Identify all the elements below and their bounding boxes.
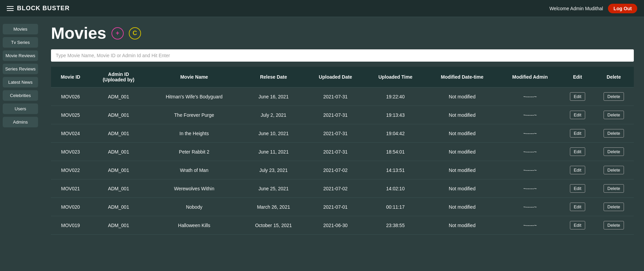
- main-content: Movies + C Movie ID Admin ID(Uploaded by…: [41, 17, 644, 271]
- table-row: MOV021 ADM_001 Werewolves Within June 25…: [51, 179, 634, 198]
- cell-release-date: June 10, 2021: [241, 124, 306, 143]
- add-movie-button[interactable]: +: [111, 27, 124, 39]
- cell-uploaded-time: 18:54:01: [365, 143, 426, 161]
- movies-table-container: Movie ID Admin ID(Uploaded by) Movie Nam…: [51, 67, 634, 235]
- cell-delete[interactable]: Delete: [594, 124, 634, 143]
- cell-uploaded-date: 2021-07-31: [306, 106, 365, 124]
- cell-edit[interactable]: Edit: [561, 106, 594, 124]
- edit-button[interactable]: Edit: [570, 166, 585, 174]
- cell-uploaded-time: 14:02:10: [365, 179, 426, 198]
- sidebar-item-celebrities[interactable]: Celebrities: [3, 90, 38, 101]
- brand-name: BLOCK BUSTER: [17, 5, 70, 12]
- cell-delete[interactable]: Delete: [594, 198, 634, 216]
- cell-delete[interactable]: Delete: [594, 106, 634, 124]
- cell-movie-name: Werewolves Within: [147, 179, 241, 198]
- delete-button[interactable]: Delete: [604, 111, 624, 119]
- delete-button[interactable]: Delete: [604, 147, 624, 156]
- refresh-button[interactable]: C: [129, 27, 141, 39]
- delete-button[interactable]: Delete: [604, 92, 624, 101]
- cell-modified-datetime: Not modified: [425, 216, 499, 235]
- cell-admin-id: ADM_001: [90, 87, 147, 106]
- delete-button[interactable]: Delete: [604, 221, 624, 229]
- cell-delete[interactable]: Delete: [594, 179, 634, 198]
- cell-release-date: July 2, 2021: [241, 106, 306, 124]
- cell-delete[interactable]: Delete: [594, 87, 634, 106]
- col-uploaded-date: Uploaded Date: [306, 67, 365, 87]
- sidebar-item-users[interactable]: Users: [3, 103, 38, 114]
- edit-button[interactable]: Edit: [570, 92, 585, 101]
- delete-button[interactable]: Delete: [604, 129, 624, 138]
- edit-button[interactable]: Edit: [570, 129, 585, 138]
- col-edit: Edit: [561, 67, 594, 87]
- sidebar-item-latest-news[interactable]: Latest News: [3, 77, 38, 87]
- cell-movie-name: Wrath of Man: [147, 161, 241, 179]
- cell-movie-name: Halloween Kills: [147, 216, 241, 235]
- table-header-row: Movie ID Admin ID(Uploaded by) Movie Nam…: [51, 67, 634, 87]
- cell-movie-id: MOV026: [51, 87, 90, 106]
- cell-movie-name: Hitman's Wife's Bodyguard: [147, 87, 241, 106]
- edit-button[interactable]: Edit: [570, 203, 585, 211]
- cell-movie-id: MOV021: [51, 179, 90, 198]
- cell-modified-admin: ~-----~: [499, 179, 561, 198]
- cell-edit[interactable]: Edit: [561, 179, 594, 198]
- cell-delete[interactable]: Delete: [594, 161, 634, 179]
- cell-modified-admin: ~-----~: [499, 87, 561, 106]
- cell-release-date: October 15, 2021: [241, 216, 306, 235]
- cell-movie-id: MOV023: [51, 143, 90, 161]
- delete-button[interactable]: Delete: [604, 166, 624, 174]
- cell-edit[interactable]: Edit: [561, 216, 594, 235]
- delete-button[interactable]: Delete: [604, 184, 624, 193]
- hamburger-menu[interactable]: [7, 6, 14, 11]
- edit-button[interactable]: Edit: [570, 221, 585, 229]
- sidebar-item-movie-reviews[interactable]: Movie Reviews: [3, 50, 38, 61]
- cell-movie-name: Peter Rabbit 2: [147, 143, 241, 161]
- cell-modified-admin: ~-----~: [499, 198, 561, 216]
- cell-uploaded-date: 2021-07-02: [306, 179, 365, 198]
- table-row: MOV026 ADM_001 Hitman's Wife's Bodyguard…: [51, 87, 634, 106]
- page-title: Movies: [51, 24, 106, 43]
- col-modified-admin: Modified Admin: [499, 67, 561, 87]
- table-row: MOV022 ADM_001 Wrath of Man July 23, 202…: [51, 161, 634, 179]
- cell-uploaded-time: 14:13:51: [365, 161, 426, 179]
- cell-edit[interactable]: Edit: [561, 161, 594, 179]
- cell-modified-datetime: Not modified: [425, 179, 499, 198]
- cell-edit[interactable]: Edit: [561, 87, 594, 106]
- cell-uploaded-date: 2021-07-01: [306, 198, 365, 216]
- cell-modified-datetime: Not modified: [425, 124, 499, 143]
- cell-movie-id: MOV019: [51, 216, 90, 235]
- cell-modified-admin: ~-----~: [499, 143, 561, 161]
- cell-modified-datetime: Not modified: [425, 106, 499, 124]
- cell-release-date: March 26, 2021: [241, 198, 306, 216]
- table-row: MOV020 ADM_001 Nobody March 26, 2021 202…: [51, 198, 634, 216]
- edit-button[interactable]: Edit: [570, 184, 585, 193]
- sidebar-item-admins[interactable]: Admins: [3, 117, 38, 127]
- cell-modified-datetime: Not modified: [425, 143, 499, 161]
- delete-button[interactable]: Delete: [604, 203, 624, 211]
- cell-release-date: June 16, 2021: [241, 87, 306, 106]
- cell-uploaded-time: 19:04:42: [365, 124, 426, 143]
- sidebar-item-movies[interactable]: Movies: [3, 24, 38, 34]
- cell-uploaded-date: 2021-07-02: [306, 161, 365, 179]
- sidebar-item-tv-series[interactable]: Tv Series: [3, 37, 38, 48]
- cell-modified-datetime: Not modified: [425, 161, 499, 179]
- cell-movie-id: MOV022: [51, 161, 90, 179]
- cell-edit[interactable]: Edit: [561, 124, 594, 143]
- cell-release-date: June 25, 2021: [241, 179, 306, 198]
- cell-edit[interactable]: Edit: [561, 143, 594, 161]
- cell-edit[interactable]: Edit: [561, 198, 594, 216]
- cell-delete[interactable]: Delete: [594, 216, 634, 235]
- edit-button[interactable]: Edit: [570, 111, 585, 119]
- col-uploaded-time: Uploaded Time: [365, 67, 426, 87]
- cell-movie-id: MOV025: [51, 106, 90, 124]
- table-row: MOV019 ADM_001 Halloween Kills October 1…: [51, 216, 634, 235]
- cell-delete[interactable]: Delete: [594, 143, 634, 161]
- edit-button[interactable]: Edit: [570, 147, 585, 156]
- col-delete: Delete: [594, 67, 634, 87]
- header: BLOCK BUSTER Welcome Admin Mudithal Log …: [0, 0, 644, 17]
- cell-movie-name: Nobody: [147, 198, 241, 216]
- search-input[interactable]: [51, 49, 634, 62]
- table-row: MOV024 ADM_001 In the Heights June 10, 2…: [51, 124, 634, 143]
- logout-button[interactable]: Log Out: [608, 4, 637, 13]
- sidebar: Movies Tv Series Movie Reviews Series Re…: [0, 17, 41, 271]
- sidebar-item-series-reviews[interactable]: Series Reviews: [3, 64, 38, 74]
